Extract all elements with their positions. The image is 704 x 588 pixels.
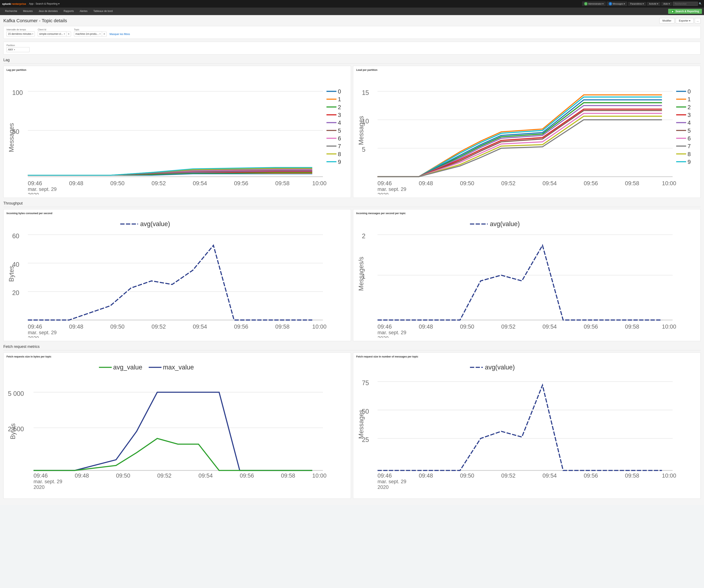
fetch-messages-chart: avg(value) 75 50 25 Messages 09:46 mar. … xyxy=(356,360,698,495)
fetch-messages-card: Fetch request size in number of messages… xyxy=(353,352,701,499)
svg-text:09:52: 09:52 xyxy=(501,472,516,479)
svg-text:mar. sept. 29: mar. sept. 29 xyxy=(377,479,406,484)
svg-text:0: 0 xyxy=(338,88,341,95)
svg-text:09:50: 09:50 xyxy=(116,472,130,479)
topic-value: machine-1m-produ... xyxy=(75,33,99,36)
incoming-bytes-title: Incoming bytes consumed per second xyxy=(6,212,348,215)
svg-text:09:56: 09:56 xyxy=(234,180,248,186)
more-button[interactable]: ... xyxy=(695,18,701,23)
svg-text:avg(value): avg(value) xyxy=(140,220,170,228)
client-filter-group: Client Id simple-consumer-cl... ▾ ✕ xyxy=(38,28,71,37)
nav-tableaux[interactable]: Tableaux de bord xyxy=(91,8,116,15)
svg-text:mar. sept. 29: mar. sept. 29 xyxy=(28,186,57,192)
time-select[interactable]: 15 dernières minutes ▾ xyxy=(6,32,35,37)
svg-text:3: 3 xyxy=(688,112,691,118)
export-button[interactable]: Exporter ▾ xyxy=(676,18,694,23)
client-select[interactable]: simple-consumer-cl... ▾ xyxy=(38,32,66,37)
svg-text:Messages: Messages xyxy=(357,410,365,439)
messages-button[interactable]: 2 Messages ▾ xyxy=(606,1,627,6)
top-nav: splunk>enterprise App : Search & Reporti… xyxy=(0,0,704,8)
settings-button[interactable]: Paramètres ▾ xyxy=(628,2,646,6)
svg-text:09:50: 09:50 xyxy=(110,324,124,330)
svg-text:5: 5 xyxy=(362,146,365,153)
throughput-charts-row: Incoming bytes consumed per second avg(v… xyxy=(3,209,701,341)
lag-section: Lag Lag per partition 100 50 Messages xyxy=(3,58,701,198)
nav-alertes[interactable]: Alertes xyxy=(77,8,90,15)
client-value: simple-consumer-cl... xyxy=(39,33,63,36)
svg-text:09:52: 09:52 xyxy=(152,180,166,186)
svg-text:09:50: 09:50 xyxy=(460,180,474,186)
svg-text:1: 1 xyxy=(338,96,341,103)
svg-text:6: 6 xyxy=(688,135,691,142)
nav-mesures[interactable]: Mesures xyxy=(20,8,36,15)
lag-per-partition-wrapper: 100 50 Messages 09:46 mar. sept. 29 2020… xyxy=(6,73,348,195)
svg-text:09:52: 09:52 xyxy=(157,472,171,479)
svg-text:Messages: Messages xyxy=(8,123,15,152)
activity-button[interactable]: Activité ▾ xyxy=(647,2,660,6)
client-arrow-icon: ▾ xyxy=(64,33,65,35)
svg-text:09:52: 09:52 xyxy=(501,324,516,330)
svg-text:2: 2 xyxy=(338,104,341,110)
svg-text:2020: 2020 xyxy=(28,192,39,194)
svg-text:60: 60 xyxy=(12,232,19,239)
app-menu[interactable]: App : Search & Reporting ▾ xyxy=(29,2,59,5)
fetch-bytes-card: Fetch requests size in bytes per topic a… xyxy=(3,352,351,499)
svg-text:Messages/s: Messages/s xyxy=(357,257,365,291)
svg-text:20: 20 xyxy=(12,289,19,296)
messages-badge: 2 xyxy=(609,2,612,5)
nav-rapports[interactable]: Rapports xyxy=(61,8,77,15)
topic-select[interactable]: machine-1m-produ... ▾ xyxy=(74,32,102,37)
mask-filters-link[interactable]: Masquer les filtres xyxy=(110,33,130,37)
svg-text:4: 4 xyxy=(688,119,691,126)
lag-per-partition-card: Lag per partition 100 50 Messages 09:46 xyxy=(3,66,351,198)
svg-text:Bytes: Bytes xyxy=(9,423,16,439)
partition-label: Partition xyxy=(6,44,698,47)
svg-text:2020: 2020 xyxy=(377,192,389,194)
svg-text:avg_value: avg_value xyxy=(113,364,142,371)
svg-text:09:50: 09:50 xyxy=(460,472,474,479)
svg-text:3: 3 xyxy=(338,112,341,118)
nav-recherche[interactable]: Recherche xyxy=(2,8,20,15)
svg-text:09:54: 09:54 xyxy=(542,180,557,186)
nav-jeux[interactable]: Jeux de données xyxy=(36,8,61,15)
svg-text:09:54: 09:54 xyxy=(193,180,207,186)
time-filter-select: 15 dernières minutes ▾ xyxy=(6,32,35,37)
time-value: 15 dernières minutes xyxy=(8,33,32,36)
filter-row: Intervalle de temps 15 dernières minutes… xyxy=(6,28,698,37)
svg-text:10:00: 10:00 xyxy=(662,324,676,330)
sec-nav-right: ▶ Search & Reporting xyxy=(668,9,702,14)
partition-bar: Partition ANY ▾ xyxy=(3,42,701,55)
search-input[interactable] xyxy=(673,2,698,6)
page-title: Kafka Consumer - Topic details xyxy=(3,18,67,23)
lag-section-title: Lag xyxy=(3,58,701,64)
svg-text:Messages: Messages xyxy=(357,116,365,145)
topic-clear-button[interactable]: ✕ xyxy=(102,32,107,37)
svg-text:10:00: 10:00 xyxy=(312,324,327,330)
client-clear-button[interactable]: ✕ xyxy=(66,32,71,37)
svg-text:avg(value): avg(value) xyxy=(490,220,520,228)
fetch-bytes-wrapper: avg_value max_value 5 000 2 500 Bytes 09… xyxy=(6,360,348,496)
svg-text:10:00: 10:00 xyxy=(312,180,327,186)
svg-text:4: 4 xyxy=(338,119,341,126)
fetch-charts-row: Fetch requests size in bytes per topic a… xyxy=(3,352,701,499)
svg-text:09:58: 09:58 xyxy=(275,180,290,186)
incoming-bytes-wrapper: avg(value) 60 40 20 Bytes 09:46 mar. sep… xyxy=(6,217,348,339)
help-button[interactable]: Aide ▾ xyxy=(661,2,672,6)
search-reporting-label: Search & Reporting xyxy=(676,10,699,13)
svg-text:100: 100 xyxy=(12,89,23,96)
svg-text:09:56: 09:56 xyxy=(234,324,248,330)
svg-text:8: 8 xyxy=(338,151,341,157)
partition-select[interactable]: ANY ▾ xyxy=(6,47,30,52)
search-reporting-button[interactable]: ▶ Search & Reporting xyxy=(668,9,702,14)
modify-button[interactable]: Modifier xyxy=(659,18,674,23)
incoming-bytes-card: Incoming bytes consumed per second avg(v… xyxy=(3,209,351,341)
admin-button[interactable]: 1 Administrator ▾ xyxy=(582,1,606,6)
svg-text:mar. sept. 29: mar. sept. 29 xyxy=(377,186,406,192)
fetch-messages-title: Fetch request size in number of messages… xyxy=(356,355,698,358)
splunk-text: splunk xyxy=(2,2,11,5)
svg-text:0: 0 xyxy=(688,88,691,95)
svg-text:09:56: 09:56 xyxy=(584,472,598,479)
svg-text:09:46: 09:46 xyxy=(28,180,42,186)
svg-text:09:46: 09:46 xyxy=(34,472,48,479)
admin-badge: 1 xyxy=(584,2,587,5)
